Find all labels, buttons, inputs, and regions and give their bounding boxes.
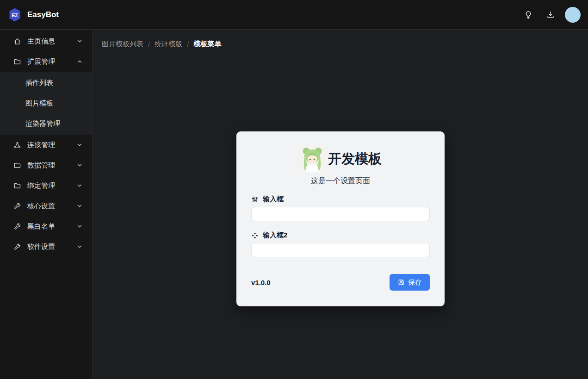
save-button[interactable]: 保存 <box>390 274 430 291</box>
card-title: 开发模板 <box>328 150 382 168</box>
sidebar-item-software-settings[interactable]: 软件设置 <box>0 236 92 257</box>
sidebar-item-image-template[interactable]: 图片模板 <box>0 93 92 113</box>
breadcrumb: 图片模板列表 / 统计模版 / 模板菜单 <box>93 30 588 49</box>
folder-icon <box>13 182 21 190</box>
sidebar-item-blackwhite-list[interactable]: 黑白名单 <box>0 216 92 236</box>
sidebar-item-label: 扩展管理 <box>27 57 55 66</box>
sidebar-item-label: 渲染器管理 <box>25 119 60 128</box>
breadcrumb-item-image-template-list[interactable]: 图片模板列表 <box>102 40 143 49</box>
card-subtitle: 这是一个设置页面 <box>251 176 430 186</box>
sidebar-item-connection[interactable]: 连接管理 <box>0 135 92 155</box>
field-label-text: 输入框2 <box>263 231 287 240</box>
lightbulb-icon <box>524 10 533 19</box>
save-icon <box>397 279 405 286</box>
chevron-down-icon <box>76 223 83 230</box>
settings-card: 开发模板 这是一个设置页面 输入框 输入框2 <box>236 131 445 306</box>
template-avatar-image <box>299 146 325 172</box>
sidebar-item-label: 连接管理 <box>27 141 55 149</box>
sidebar-item-home-info[interactable]: 主页信息 <box>0 31 92 51</box>
chevron-down-icon <box>76 203 83 209</box>
sidebar-item-label: 绑定管理 <box>27 181 55 190</box>
chevron-down-icon <box>76 182 83 189</box>
input-field-2[interactable] <box>251 243 430 257</box>
network-icon <box>13 141 21 149</box>
card-footer: v1.0.0 保存 <box>251 274 430 291</box>
chevron-down-icon <box>76 142 83 148</box>
save-button-label: 保存 <box>408 278 422 287</box>
main-content: 图片模板列表 / 统计模版 / 模板菜单 开发模板 这是一个设置页面 <box>93 30 588 379</box>
field-label-text: 输入框 <box>263 195 284 204</box>
version-label: v1.0.0 <box>251 279 271 286</box>
sidebar-item-extensions[interactable]: 扩展管理 <box>0 51 92 72</box>
sidebar-item-label: 图片模板 <box>25 99 53 108</box>
breadcrumb-item-stat-template[interactable]: 统计模版 <box>155 40 182 49</box>
sidebar: 主页信息 扩展管理 插件列表 图片模板 渲染器管理 连接管理 数据管理 <box>0 30 93 379</box>
sidebar-item-label: 软件设置 <box>27 242 55 251</box>
chevron-down-icon <box>76 38 83 44</box>
easybot-logo-icon: EZ <box>7 7 22 22</box>
sidebar-item-binding-management[interactable]: 绑定管理 <box>0 175 92 196</box>
download-icon <box>546 10 555 19</box>
form-field-input1: 输入框 <box>251 195 430 221</box>
card-header: 开发模板 <box>251 146 430 172</box>
input-field-1[interactable] <box>251 207 430 221</box>
theme-toggle-button[interactable] <box>520 7 536 22</box>
dots-icon <box>251 232 259 239</box>
sidebar-item-label: 黑白名单 <box>27 222 55 231</box>
brand: EZ EasyBot <box>7 7 59 22</box>
sidebar-item-data-management[interactable]: 数据管理 <box>0 155 92 175</box>
home-icon <box>13 37 21 45</box>
sliders-icon <box>251 196 259 203</box>
chevron-down-icon <box>76 243 83 250</box>
wrench-icon <box>13 202 21 210</box>
breadcrumb-item-template-menu: 模板菜单 <box>193 40 221 49</box>
sidebar-item-renderer-management[interactable]: 渲染器管理 <box>0 113 92 134</box>
extensions-submenu: 插件列表 图片模板 渲染器管理 <box>0 72 92 135</box>
sidebar-item-core-settings[interactable]: 核心设置 <box>0 196 92 216</box>
wrench-icon <box>13 223 21 230</box>
logo-text: EZ <box>12 12 18 18</box>
user-avatar[interactable] <box>565 7 581 23</box>
breadcrumb-separator: / <box>148 40 150 48</box>
chevron-up-icon <box>76 58 83 65</box>
app-title: EasyBot <box>27 10 59 19</box>
sidebar-item-label: 插件列表 <box>25 79 53 87</box>
sidebar-item-plugin-list[interactable]: 插件列表 <box>0 73 92 93</box>
folder-icon <box>13 162 21 169</box>
wrench-icon <box>13 243 21 251</box>
field-label-row: 输入框2 <box>251 231 430 240</box>
topbar-actions <box>520 7 581 23</box>
form-field-input2: 输入框2 <box>251 231 430 257</box>
chevron-down-icon <box>76 162 83 168</box>
breadcrumb-separator: / <box>187 40 189 48</box>
download-button[interactable] <box>543 7 558 22</box>
sidebar-item-label: 核心设置 <box>27 202 55 211</box>
sidebar-item-label: 主页信息 <box>27 37 55 46</box>
top-header: EZ EasyBot <box>0 0 588 30</box>
folder-icon <box>13 58 21 66</box>
sidebar-item-label: 数据管理 <box>27 161 55 170</box>
field-label-row: 输入框 <box>251 195 430 204</box>
